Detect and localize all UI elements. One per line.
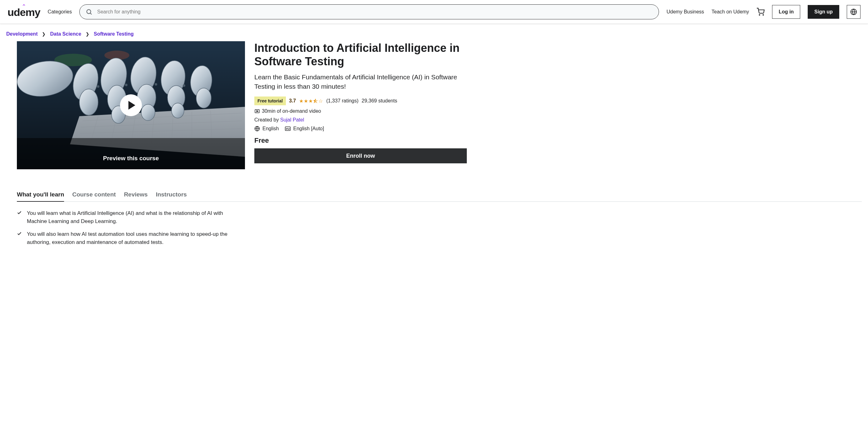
svg-point-38	[183, 84, 185, 87]
svg-point-37	[155, 83, 157, 86]
play-button	[120, 94, 142, 116]
globe-icon	[254, 126, 260, 131]
svg-point-0	[87, 9, 91, 13]
video-length-text: 30min of on-demand video	[262, 108, 321, 114]
breadcrumb: Development ❯ Data Science ❯ Software Te…	[0, 24, 868, 41]
signup-button[interactable]: Sign up	[808, 5, 839, 19]
video-icon	[254, 108, 260, 114]
globe-icon	[850, 8, 857, 15]
search-input[interactable]	[80, 4, 659, 20]
main: Preview this course Introduction to Arti…	[0, 41, 868, 179]
enroll-button[interactable]: Enroll now	[254, 148, 467, 163]
list-item: You will also learn how AI test automati…	[17, 230, 242, 246]
language-button[interactable]	[847, 5, 861, 19]
logo-text: udemy	[7, 6, 40, 19]
login-button[interactable]: Log in	[772, 5, 800, 19]
preview-label: Preview this course	[17, 155, 245, 162]
svg-rect-45	[286, 129, 287, 130]
tab-reviews[interactable]: Reviews	[124, 188, 148, 201]
chevron-right-icon: ❯	[86, 32, 89, 37]
meta-row: Free tutorial 3.7 ★★★⯪☆ (1,337 ratings) …	[254, 97, 467, 114]
svg-rect-48	[289, 128, 290, 129]
udemy-business-link[interactable]: Udemy Business	[666, 9, 704, 15]
svg-point-34	[196, 88, 211, 108]
teach-link[interactable]: Teach on Udemy	[711, 9, 749, 15]
svg-line-1	[90, 13, 92, 14]
svg-marker-41	[257, 110, 258, 112]
tab-instructors[interactable]: Instructors	[156, 188, 187, 201]
tab-course-content[interactable]: Course content	[72, 188, 116, 201]
rating-value: 3.7	[289, 98, 296, 104]
course-captions: English [Auto]	[285, 126, 324, 131]
svg-point-3	[763, 14, 764, 15]
chevron-right-icon: ❯	[42, 32, 45, 37]
svg-point-35	[97, 85, 99, 88]
course-subtitle: Learn the Basic Fundamentals of Artifici…	[254, 72, 467, 91]
check-icon	[17, 231, 22, 246]
video-column: Preview this course	[17, 41, 245, 169]
breadcrumb-item-1[interactable]: Data Science	[50, 31, 81, 37]
svg-point-2	[759, 14, 760, 15]
cart-icon[interactable]	[756, 8, 765, 16]
svg-point-32	[172, 103, 184, 118]
learn-list: You will learn what is Artificial Intell…	[17, 202, 242, 259]
learn-item-text: You will also learn how AI test automati…	[27, 230, 242, 246]
breadcrumb-item-0[interactable]: Development	[6, 31, 37, 37]
video-length: 30min of on-demand video	[254, 108, 321, 114]
svg-rect-39	[17, 138, 245, 169]
info-column: Introduction to Artificial Intelligence …	[254, 41, 467, 169]
check-icon	[17, 210, 22, 225]
video-preview[interactable]: Preview this course	[17, 41, 245, 169]
svg-point-29	[141, 104, 155, 121]
captions-text: English [Auto]	[293, 126, 324, 131]
language-row: English English [Auto]	[254, 126, 467, 131]
created-by: Created by Sujal Patel	[254, 117, 467, 123]
language-text: English	[262, 126, 279, 131]
svg-point-36	[125, 84, 127, 86]
stars-icon: ★★★⯪☆	[299, 98, 323, 104]
svg-point-23	[80, 89, 98, 115]
logo[interactable]: ⌃ udemy	[7, 5, 40, 19]
search-wrap	[80, 4, 659, 20]
created-by-prefix: Created by	[254, 117, 280, 123]
tabs-section: What you'll learn Course content Reviews…	[0, 179, 868, 259]
list-item: You will learn what is Artificial Intell…	[17, 209, 242, 225]
price: Free	[254, 136, 467, 144]
students-count: 29,369 students	[362, 98, 397, 104]
categories-link[interactable]: Categories	[48, 9, 72, 15]
ratings-count[interactable]: (1,337 ratings)	[326, 98, 359, 104]
svg-rect-47	[286, 128, 288, 129]
tabs: What you'll learn Course content Reviews…	[17, 188, 862, 202]
captions-icon	[285, 127, 290, 131]
course-title: Introduction to Artificial Intelligence …	[254, 41, 467, 68]
course-language: English	[254, 126, 279, 131]
tab-what-youll-learn[interactable]: What you'll learn	[17, 188, 64, 202]
play-icon	[128, 101, 135, 110]
search-icon	[86, 8, 92, 15]
breadcrumb-item-2[interactable]: Software Testing	[94, 31, 134, 37]
instructor-link[interactable]: Sujal Patel	[280, 117, 304, 123]
learn-item-text: You will learn what is Artificial Intell…	[27, 209, 242, 225]
header: ⌃ udemy Categories Udemy Business Teach …	[0, 0, 868, 24]
free-badge: Free tutorial	[254, 97, 286, 105]
svg-rect-46	[288, 129, 290, 130]
